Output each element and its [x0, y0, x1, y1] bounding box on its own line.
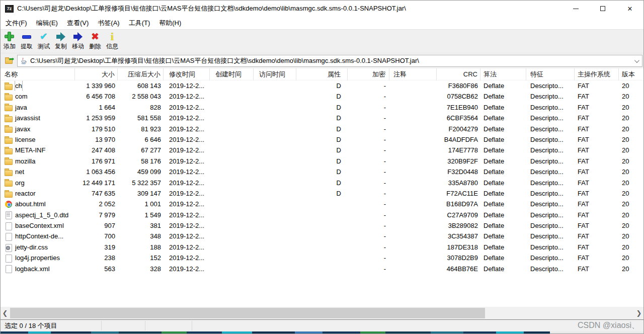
column-header-row: 名称大小压缩后大小修改时间创建时间访问时间属性加密注释CRC算法特征主操作系统版… — [1, 68, 643, 80]
cell-packed: 381 — [118, 220, 164, 231]
cell-encrypted: - — [348, 166, 389, 177]
toolbar-button-0[interactable]: 添加 — [1, 31, 18, 53]
cell-comment — [389, 253, 437, 263]
column-header-accessed[interactable]: 访问时间 — [254, 68, 296, 80]
cell-name: com — [1, 91, 75, 102]
toolbar-button-3[interactable]: 复制 — [52, 31, 69, 53]
file-row-log4j.properties[interactable]: log4j.properties2381522019-12-2...-3078D… — [1, 253, 643, 263]
cell-crc: 0758CB62 — [437, 91, 480, 102]
scrollbar-thumb[interactable] — [10, 308, 485, 318]
cell-size: 179 510 — [75, 124, 118, 134]
cell-version: 20 — [619, 102, 643, 113]
file-name: jetty-dir.css — [15, 242, 48, 253]
file-name: java — [15, 102, 27, 113]
column-header-method[interactable]: 算法 — [480, 68, 526, 80]
column-header-attributes[interactable]: 属性 — [296, 68, 348, 80]
cell-modified: 2019-12-2... — [164, 199, 210, 209]
cell-attributes — [296, 264, 348, 274]
cell-attributes: D — [296, 188, 348, 199]
cell-name: net — [1, 166, 75, 177]
cell-attributes: D — [296, 166, 348, 177]
maximize-button[interactable] — [589, 1, 616, 17]
column-header-packed[interactable]: 压缩后大小 — [118, 68, 164, 80]
column-header-characteristics[interactable]: 特征 — [526, 68, 575, 80]
cell-comment — [389, 188, 437, 199]
file-row-license[interactable]: license13 9706 6462019-12-2...D-B4ADFDFA… — [1, 134, 643, 145]
column-header-created[interactable]: 创建时间 — [210, 68, 254, 80]
horizontal-scrollbar[interactable]: ❮ ❯ — [1, 307, 643, 319]
column-header-crc[interactable]: CRC — [437, 68, 480, 80]
path-combobox[interactable]: C:\Users\司超龙\Desktop\工单报修项目\短信接口\云MAS平台短… — [17, 55, 642, 67]
cell-modified: 2019-12-2... — [164, 264, 210, 274]
minimize-button[interactable] — [562, 1, 589, 17]
file-row-net[interactable]: net1 063 456459 0992019-12-2...D-F32D044… — [1, 166, 643, 177]
cell-method: Deflate — [480, 134, 526, 145]
column-header-name[interactable]: 名称 — [1, 68, 75, 80]
cell-accessed — [254, 199, 296, 209]
menu-item-5[interactable]: 帮助(H) — [154, 17, 186, 29]
file-row-java[interactable]: java1 6648282019-12-2...D-7E1EB940Deflat… — [1, 102, 643, 113]
toolbar-button-4[interactable]: 移动 — [69, 31, 87, 53]
toolbar-button-5[interactable]: ✖删除 — [87, 31, 104, 53]
column-header-comment[interactable]: 注释 — [389, 68, 437, 80]
chrome-icon — [5, 200, 13, 208]
folder-icon — [5, 179, 13, 187]
cell-version: 20 — [619, 188, 643, 199]
cell-version: 20 — [619, 113, 643, 123]
toolbar: 添加提取✔测试复制移动✖删除i信息 — [1, 29, 643, 53]
file-row-jetty-dir.css[interactable]: jetty-dir.css3191882019-12-2...-187DE318… — [1, 242, 643, 253]
menu-item-0[interactable]: 文件(F) — [1, 17, 32, 29]
menu-item-4[interactable]: 工具(T) — [124, 17, 155, 29]
cell-host_os: FAT — [575, 264, 619, 274]
addressbar: ➦ C:\Users\司超龙\Desktop\工单报修项目\短信接口\云MAS平… — [1, 53, 643, 68]
file-row-httpContext-de...[interactable]: httpContext-de...7003482019-12-2...-3C35… — [1, 231, 643, 241]
dropdown-chevron-icon[interactable] — [634, 59, 638, 63]
close-button[interactable]: ✕ — [616, 1, 643, 17]
scroll-right-arrow-icon[interactable]: ❯ — [635, 308, 643, 318]
file-row-org[interactable]: org12 449 1715 322 3572019-12-2...D-335A… — [1, 178, 643, 188]
menu-item-3[interactable]: 书签(A) — [93, 17, 124, 29]
cell-created — [210, 145, 254, 155]
menu-item-2[interactable]: 查看(V) — [62, 17, 93, 29]
menubar: 文件(F)编辑(E)查看(V)书签(A)工具(T)帮助(H) — [1, 17, 643, 29]
cell-version: 20 — [619, 264, 643, 274]
cell-version: 20 — [619, 124, 643, 134]
file-row-javassist[interactable]: javassist1 253 959581 5582019-12-2...D-6… — [1, 113, 643, 123]
cell-size: 319 — [75, 242, 118, 253]
file-row-mozilla[interactable]: mozilla176 97158 1762019-12-2...D-320B9F… — [1, 156, 643, 166]
menu-item-1[interactable]: 编辑(E) — [32, 17, 62, 29]
toolbar-button-2[interactable]: ✔测试 — [35, 31, 52, 53]
7zip-app-icon: 7z — [5, 5, 14, 13]
file-row-javax[interactable]: javax179 51081 9232019-12-2...D-F2004279… — [1, 124, 643, 134]
cell-method: Deflate — [480, 113, 526, 123]
column-header-size[interactable]: 大小 — [75, 68, 118, 80]
column-header-modified[interactable]: 修改时间 — [164, 68, 210, 80]
file-row-aspectj_1_5_0.dtd[interactable]: aspectj_1_5_0.dtd7 9791 5492019-12-2...-… — [1, 210, 643, 220]
cell-encrypted: - — [348, 220, 389, 231]
file-row-META-INF[interactable]: META-INF247 40867 2772019-12-2...D-174E7… — [1, 145, 643, 155]
cell-created — [210, 253, 254, 263]
file-row-ch[interactable]: ch1 339 960608 1432019-12-2...D-F3680F86… — [1, 80, 643, 91]
file-row-baseContext.xml[interactable]: baseContext.xml9073812019-12-2...-3B2890… — [1, 220, 643, 231]
cell-created — [210, 199, 254, 209]
up-one-level-button[interactable]: ➦ — [2, 54, 16, 67]
toolbar-button-6[interactable]: i信息 — [104, 31, 121, 53]
file-row-logback.xml[interactable]: logback.xml5633282019-12-2...-464BB76EDe… — [1, 264, 643, 274]
toolbar-button-1[interactable]: 提取 — [18, 31, 35, 53]
file-row-about.html[interactable]: about.html2 0521 0012019-12-2...-B168D97… — [1, 199, 643, 209]
cell-host_os: FAT — [575, 220, 619, 231]
column-header-encrypted[interactable]: 加密 — [348, 68, 389, 80]
cell-characteristics: Descripto... — [526, 231, 575, 241]
file-row-com[interactable]: com6 456 7082 558 0432019-12-2...D-0758C… — [1, 91, 643, 102]
cell-modified: 2019-12-2... — [164, 253, 210, 263]
file-row-reactor[interactable]: reactor747 635309 1472019-12-2...D-F72AC… — [1, 188, 643, 199]
document-icon — [5, 211, 13, 219]
column-header-host_os[interactable]: 主操作系统 — [575, 68, 619, 80]
cell-packed: 67 277 — [118, 145, 164, 155]
column-header-version[interactable]: 版本 — [619, 68, 643, 80]
file-name: com — [15, 91, 28, 102]
cell-modified: 2019-12-2... — [164, 124, 210, 134]
cell-encrypted: - — [348, 199, 389, 209]
close-icon: ✕ — [627, 6, 633, 12]
scroll-left-arrow-icon[interactable]: ❮ — [1, 308, 9, 318]
